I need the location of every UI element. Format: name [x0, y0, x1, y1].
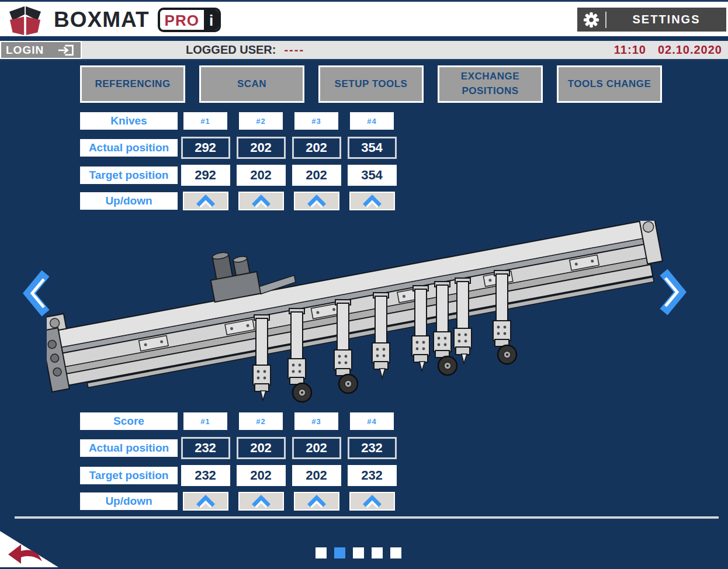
machine-beam: [47, 221, 666, 394]
knives-col-2: #2: [239, 112, 283, 130]
score-target-2[interactable]: 202: [237, 465, 286, 486]
logged-user-label: LOGGED USER:: [186, 43, 276, 57]
footer-divider: [15, 516, 719, 519]
score-actual-2: 202: [237, 437, 286, 459]
score-target-1[interactable]: 232: [181, 465, 230, 486]
score-col-4: #4: [350, 412, 394, 430]
knives-updown-button-3[interactable]: [294, 192, 339, 210]
score-updown-button-3[interactable]: [294, 492, 339, 511]
brand-name: BOXMAT: [54, 8, 150, 32]
machine-illustration: [47, 221, 675, 404]
score-target-4[interactable]: 232: [348, 465, 397, 486]
nav-referencing-button[interactable]: REFERENCING: [80, 65, 185, 103]
back-arrow-icon: [0, 526, 58, 567]
nav-setup-tools-button[interactable]: SETUP TOOLS: [318, 65, 424, 103]
brand-pro-badge: PRO i: [158, 8, 221, 32]
knives-actual-label: Actual position: [80, 139, 178, 157]
next-view-button[interactable]: [659, 269, 687, 317]
score-col-3: #3: [294, 412, 338, 430]
chevron-up-icon: [195, 494, 217, 509]
settings-button[interactable]: SETTINGS: [577, 8, 726, 32]
score-actual-1: 232: [181, 437, 230, 459]
score-actual-4: 232: [348, 437, 397, 459]
page-dot[interactable]: [334, 547, 345, 558]
score-updown-button-2[interactable]: [238, 492, 284, 511]
chevron-right-icon: [659, 269, 687, 315]
nav-scan-button[interactable]: SCAN: [199, 65, 304, 103]
user-bar: LOGIN LOGGED USER: ---- 11:10 02.10.2020: [0, 41, 728, 61]
knives-actual-2: 202: [237, 137, 286, 159]
knives-target-4[interactable]: 354: [348, 165, 397, 186]
knives-target-2[interactable]: 202: [237, 165, 286, 186]
score-updown-button-1[interactable]: [183, 492, 228, 511]
brand-i-text: i: [204, 10, 219, 30]
nav-tools-change-button[interactable]: TOOLS CHANGE: [557, 65, 662, 103]
chevron-up-icon: [250, 193, 272, 209]
date-display: 02.10.2020: [658, 43, 722, 57]
knives-updown-button-1[interactable]: [183, 192, 228, 210]
previous-view-button[interactable]: [22, 270, 50, 318]
boxmat-pro-screen: BOXMAT PRO i SETT: [0, 0, 728, 569]
knives-actual-4: 354: [348, 137, 397, 159]
login-enter-icon: [57, 43, 75, 57]
score-actual-3: 202: [292, 437, 341, 459]
knives-col-4: #4: [350, 112, 394, 130]
chevron-up-icon: [361, 494, 383, 509]
knives-actual-3: 202: [292, 137, 341, 159]
page-dot[interactable]: [353, 547, 364, 558]
knives-actual-1: 292: [181, 137, 230, 159]
nav-button-row: REFERENCING SCAN SETUP TOOLS EXCHANGE PO…: [80, 65, 662, 103]
knives-title: Knives: [80, 112, 178, 130]
score-col-1: #1: [183, 412, 227, 430]
login-label: LOGIN: [6, 44, 44, 57]
page-dot[interactable]: [372, 547, 383, 558]
score-updown-label: Up/down: [80, 492, 178, 510]
brand-pro-text: PRO: [160, 10, 204, 30]
knives-updown-button-4[interactable]: [349, 192, 395, 210]
knives-table: Knives #1 #2 #3 #4 Actual position 292 2…: [80, 112, 512, 210]
chevron-up-icon: [306, 494, 328, 509]
brand-logo: BOXMAT PRO i: [5, 4, 221, 36]
score-target-label: Target position: [80, 467, 178, 484]
login-button[interactable]: LOGIN: [0, 41, 82, 59]
chevron-up-icon: [361, 193, 383, 209]
knives-updown-button-2[interactable]: [238, 192, 284, 210]
box-logo-icon: [5, 4, 46, 36]
chevron-up-icon: [250, 494, 272, 509]
score-updown-button-4[interactable]: [349, 492, 395, 511]
score-actual-label: Actual position: [80, 439, 178, 457]
time-display: 11:10: [614, 43, 646, 57]
knives-target-label: Target position: [80, 166, 178, 184]
knives-target-3[interactable]: 202: [292, 165, 341, 186]
nav-exchange-positions-button[interactable]: EXCHANGE POSITIONS: [438, 65, 543, 103]
page-indicator: [316, 547, 401, 558]
chevron-up-icon: [306, 193, 328, 209]
score-table: Score #1 #2 #3 #4 Actual position 232 20…: [80, 412, 512, 511]
logged-user-value: ----: [284, 43, 304, 57]
score-target-3[interactable]: 202: [292, 465, 341, 486]
score-title: Score: [80, 412, 178, 430]
chevron-left-icon: [22, 270, 50, 317]
clock: 11:10 02.10.2020: [614, 43, 722, 57]
page-dot[interactable]: [390, 547, 401, 558]
knives-target-1[interactable]: 292: [181, 165, 230, 186]
knives-updown-label: Up/down: [80, 192, 178, 210]
gear-icon: [577, 11, 605, 29]
score-col-2: #2: [239, 412, 283, 430]
chevron-up-icon: [195, 193, 217, 209]
logged-user: LOGGED USER: ----: [186, 43, 304, 57]
back-button[interactable]: [0, 526, 58, 569]
knives-col-1: #1: [183, 112, 227, 130]
settings-label: SETTINGS: [606, 13, 726, 26]
app-header: BOXMAT PRO i SETT: [0, 0, 728, 36]
page-dot[interactable]: [316, 547, 327, 558]
knives-col-3: #3: [294, 112, 338, 130]
